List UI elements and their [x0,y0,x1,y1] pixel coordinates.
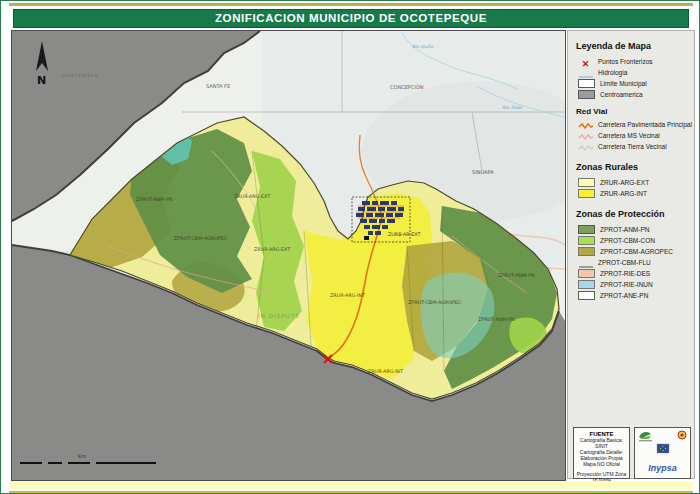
eu-flag-logo [657,444,669,453]
top-accent-strip [9,3,693,6]
label-rio-quilio: Rio Quilio [412,44,434,49]
bottom-khaki-line [9,491,693,493]
source-line: Mapa NO Oficial [574,461,629,467]
map-sheet: ZONIFICACION MUNICIPIO DE OCOTEPEQUE [0,0,700,494]
bottom-yellow-band [9,481,693,489]
panel-bottom-boxes: FUENTE Cartografía Basica: SINIT Cartogr… [568,31,694,478]
logos-box: Inypsa [634,427,691,479]
legend-panel: Leyenda de Mapa ✕ Puntos Fronterizos Hid… [567,30,695,479]
round-seal-logo [678,431,686,439]
zone-label: ZPROT-ANM-PN [478,317,515,322]
page-title: ZONIFICACION MUNICIPIO DE OCOTEPEQUE [13,9,689,28]
map-canvas: N Km GUATEMALA SANTA FE CONCEPCIÓN SINUA… [11,30,566,481]
zoning-map: N Km GUATEMALA SANTA FE CONCEPCIÓN SINUA… [12,31,565,480]
source-line: Cartografía Basica: SINIT [574,437,629,449]
inypsa-logo: Inypsa [635,463,690,473]
label-santa-fe: SANTA FE [206,83,230,89]
label-sinuapa: SINUAPA [472,169,494,175]
north-label: N [37,74,46,87]
zone-label: ZPROT-ANM-PN [136,197,173,202]
partner-logos [635,428,690,458]
zone-label: ZPROT-ANM-PN [498,273,535,278]
zone-label: ZRUR-ARG-INT [368,369,403,374]
scale-unit: Km [78,453,86,459]
label-guatemala: GUATEMALA [62,73,99,78]
label-concepcion: CONCEPCIÓN [390,84,424,90]
zone-label: ZRUR-ARG-INT [330,293,365,298]
green-org-logo [639,432,652,441]
label-rio-tulas: Rio Tulas [502,105,522,110]
zone-label: ZPROT-CBM-AGROPEC [174,236,228,241]
source-box: FUENTE Cartografía Basica: SINIT Cartogr… [573,427,630,479]
label-in-dispute: IN DISPUTE [258,312,300,319]
zone-label: ZRUR-ARG-EXT [234,194,270,199]
zone-label: ZRUR-ARG-EXT [254,247,290,252]
zone-label: ZPROT-CBM-AGROPEC [408,300,462,305]
zone-label: ZURB-AR-EXT [388,232,420,237]
